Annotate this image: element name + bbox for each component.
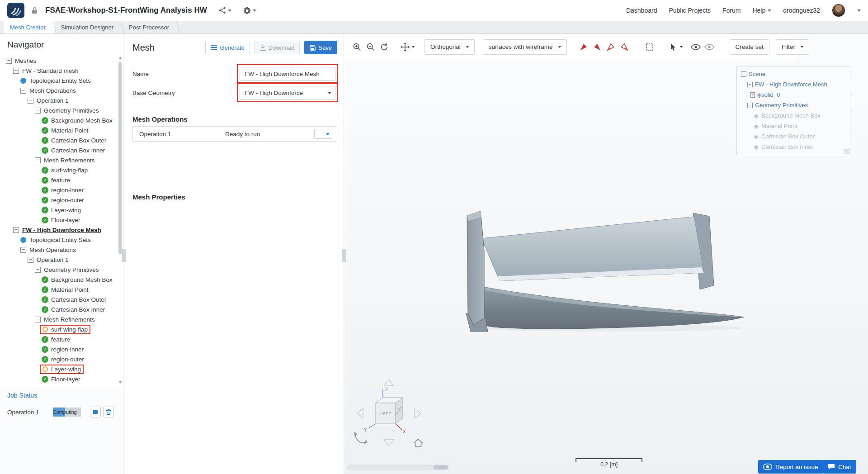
tree-item[interactable]: FW - High Downforce Mesh: [0, 225, 118, 235]
tree-item-state-icon[interactable]: [42, 376, 48, 383]
tree-item[interactable]: surf-wing-flap: [0, 324, 118, 334]
viewport-3d[interactable]: Orthogonal surfaces with wireframe: [344, 34, 868, 474]
tree-item[interactable]: FW - Standard mesh: [0, 66, 118, 76]
rotate-left-arrow[interactable]: [357, 408, 363, 418]
tree-item[interactable]: Topological Entity Sets: [0, 76, 118, 85]
mesh-name-input[interactable]: [240, 67, 335, 81]
tree-item[interactable]: Mesh Operations: [0, 85, 118, 95]
tree-item[interactable]: feature: [0, 334, 118, 344]
projection-mode-dropdown[interactable]: Orthogonal: [425, 39, 475, 55]
tree-item-state-icon[interactable]: [34, 107, 41, 114]
view-preset-icon-3[interactable]: [605, 41, 617, 53]
zoom-out-icon[interactable]: [365, 41, 377, 53]
tree-item-state-icon[interactable]: [42, 326, 48, 333]
rotate-up-arrow[interactable]: [384, 379, 394, 386]
scene-tree-item[interactable]: FW - High Downforce Mesh: [737, 79, 850, 90]
tree-item[interactable]: Floor-layer: [0, 374, 118, 384]
share-button[interactable]: [219, 7, 231, 14]
tree-item-state-icon[interactable]: [27, 97, 34, 104]
tree-item-state-icon[interactable]: [5, 57, 12, 64]
tree-item[interactable]: Cartesian Box Outer: [0, 135, 118, 145]
scene-tree-item[interactable]: Cartesian Box Inner: [737, 142, 850, 152]
tree-item[interactable]: Cartesian Box Inner: [0, 145, 118, 155]
scene-item-icon[interactable]: [753, 133, 759, 139]
tree-item-state-icon[interactable]: [13, 67, 19, 74]
base-geometry-select[interactable]: FW - High Downforce: [240, 86, 335, 100]
scene-item-icon[interactable]: [747, 81, 753, 87]
tree-item[interactable]: Material Point: [0, 125, 118, 135]
tree-item-state-icon[interactable]: [27, 256, 34, 263]
tree-item-state-icon[interactable]: [42, 286, 48, 293]
tree-item-state-icon[interactable]: [20, 77, 27, 84]
zoom-in-icon[interactable]: [351, 41, 363, 53]
stop-job-button[interactable]: [90, 407, 101, 417]
scrollbar-thumb[interactable]: [118, 62, 122, 254]
tree-item[interactable]: Layer-wing: [0, 205, 118, 215]
filter-dropdown[interactable]: Filter: [776, 39, 809, 55]
cursor-select-icon[interactable]: [667, 41, 679, 53]
tree-item-state-icon[interactable]: [42, 306, 48, 313]
view-preset-icon-1[interactable]: [578, 41, 590, 53]
box-select-icon[interactable]: [644, 41, 656, 53]
panel-resize-handle[interactable]: [342, 249, 346, 262]
scrollbar-thumb[interactable]: [434, 465, 448, 469]
tree-item[interactable]: region-inner: [0, 185, 118, 195]
show-all-eye-icon[interactable]: [703, 41, 715, 53]
tree-item-state-icon[interactable]: [42, 127, 48, 134]
generate-button[interactable]: Generate: [205, 41, 250, 54]
select-options-chevron-icon[interactable]: [680, 46, 683, 48]
tree-item[interactable]: Meshes: [0, 56, 118, 66]
tree-item-state-icon[interactable]: [20, 246, 27, 253]
tree-item-state-icon[interactable]: [42, 346, 48, 353]
chat-button[interactable]: Chat: [823, 460, 856, 474]
nav-help[interactable]: Help: [752, 7, 771, 14]
tree-item-state-icon[interactable]: [42, 276, 48, 283]
mesh-operation-row[interactable]: Operation 1 Ready to run: [132, 126, 337, 142]
scene-tree-item[interactable]: Geometry Primitives: [737, 100, 850, 110]
tab-mesh-creator[interactable]: Mesh Creator: [4, 21, 55, 33]
privacy-lock-icon[interactable]: [31, 7, 38, 14]
scene-item-icon[interactable]: [747, 102, 753, 108]
scene-tree-item[interactable]: Background Mesh Box: [737, 110, 850, 121]
tree-item-state-icon[interactable]: [42, 177, 48, 184]
user-avatar[interactable]: [832, 4, 845, 17]
view-preset-icon-4[interactable]: [618, 41, 630, 53]
view-preset-icon-2[interactable]: [591, 41, 603, 53]
tree-item[interactable]: Background Mesh Box: [0, 275, 118, 284]
scene-item-icon[interactable]: [753, 92, 759, 98]
tree-item-state-icon[interactable]: [34, 157, 41, 164]
tree-item-state-icon[interactable]: [42, 117, 48, 124]
front-wing-model[interactable]: [457, 197, 746, 332]
pan-view-icon[interactable]: [399, 41, 411, 53]
tree-item[interactable]: Operation 1: [0, 255, 118, 265]
tree-item[interactable]: Layer-wing: [0, 364, 118, 374]
tree-item-state-icon[interactable]: [42, 197, 48, 204]
tree-item[interactable]: Geometry Primitives: [0, 265, 118, 275]
tree-item-state-icon[interactable]: [42, 336, 48, 343]
download-button[interactable]: Download: [255, 41, 300, 54]
tree-item-state-icon[interactable]: [42, 207, 48, 213]
nav-dashboard[interactable]: Dashboard: [626, 7, 657, 14]
settings-button[interactable]: [243, 7, 256, 14]
tree-item[interactable]: Geometry Primitives: [0, 105, 118, 115]
scene-item-icon[interactable]: [753, 144, 759, 150]
navigator-scrollbar[interactable]: [118, 57, 122, 384]
scene-tree-item[interactable]: solid_0: [737, 90, 850, 100]
render-mode-dropdown[interactable]: surfaces with wireframe: [483, 39, 567, 55]
nav-forum[interactable]: Forum: [722, 7, 741, 14]
scene-item-icon[interactable]: [741, 71, 746, 77]
tree-item[interactable]: surf-wing-flap: [0, 165, 118, 175]
orientation-cube[interactable]: LEFT BOTTOM: [376, 398, 403, 424]
username-label[interactable]: drodriguez32: [783, 7, 820, 14]
tab-post-processor[interactable]: Post-Processor: [123, 21, 178, 33]
tree-item-state-icon[interactable]: [42, 167, 48, 174]
tree-item-state-icon[interactable]: [34, 266, 41, 273]
orientation-cube-widget[interactable]: Z LEFT BOTTOM X Y: [350, 377, 427, 449]
tree-item[interactable]: region-inner: [0, 344, 118, 354]
tree-item-state-icon[interactable]: [42, 137, 48, 144]
tree-item[interactable]: Topological Entity Sets: [0, 235, 118, 245]
scene-tree-item[interactable]: Cartesian Box Outer: [737, 131, 850, 142]
rotate-down-arrow[interactable]: [384, 440, 394, 446]
reset-view-icon[interactable]: [378, 41, 390, 53]
tree-item[interactable]: region-outer: [0, 354, 118, 364]
